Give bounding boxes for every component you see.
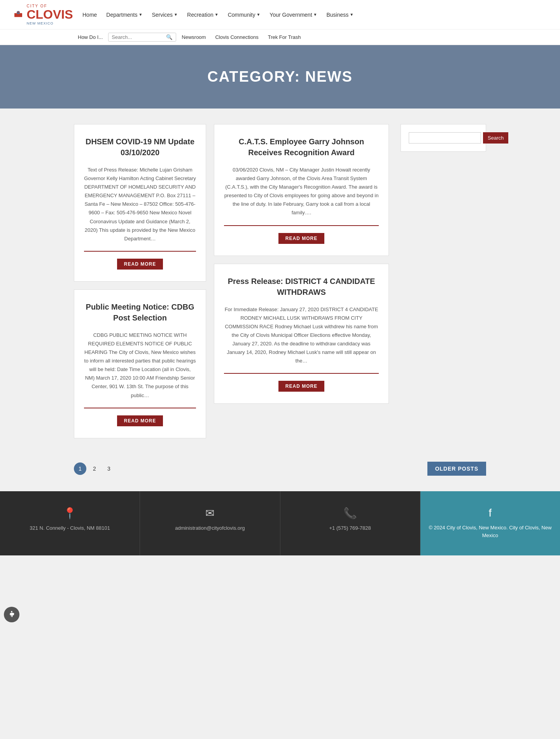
article-title: C.A.T.S. Employee Garry Johnson Receives… (224, 136, 379, 158)
email-icon: ✉ (148, 507, 272, 520)
nav-secondary: How Do I... 🔍 Newsroom Clovis Connection… (0, 29, 560, 45)
footer-email-col: ✉ administration@cityofclovis.org (140, 491, 280, 556)
nav-clovis-connections[interactable]: Clovis Connections (211, 32, 262, 42)
article-card: Public Meeting Notice: CDBG Post Selecti… (74, 289, 206, 438)
article-card: C.A.T.S. Employee Garry Johnson Receives… (214, 124, 389, 256)
read-more-button[interactable]: READ MORE (117, 415, 163, 426)
article-excerpt: Text of Press Release: Michelle Lujan Gr… (84, 166, 196, 243)
footer-email[interactable]: administration@cityofclovis.org (148, 524, 272, 532)
read-more-button[interactable]: READ MORE (117, 259, 163, 270)
sidebar-search-button[interactable]: Search (483, 132, 508, 144)
pagination-row: 1 2 3 OLDER POSTS (66, 462, 494, 476)
community-arrow: ▼ (256, 12, 260, 17)
footer-address-col: 📍 321 N. Connelly - Clovis, NM 88101 (0, 491, 140, 556)
sidebar: Search (401, 124, 486, 446)
nav-search-button[interactable]: 🔍 (166, 34, 173, 40)
nav-search-box: 🔍 (108, 33, 176, 42)
departments-arrow: ▼ (139, 12, 143, 17)
footer-grid: 📍 321 N. Connelly - Clovis, NM 88101 ✉ a… (0, 491, 560, 556)
recreation-arrow: ▼ (215, 12, 219, 17)
footer-social-col: f © 2024 City of Clovis, New Mexico. Cit… (420, 491, 560, 556)
article-excerpt: CDBG PUBLIC MEETING NOTICE WITH REQUIRED… (84, 331, 196, 400)
footer: 📍 321 N. Connelly - Clovis, NM 88101 ✉ a… (0, 491, 560, 556)
article-title: Public Meeting Notice: CDBG Post Selecti… (84, 301, 196, 323)
services-arrow: ▼ (174, 12, 178, 17)
sidebar-search-widget: Search (401, 124, 486, 152)
footer-address: 321 N. Connelly - Clovis, NM 88101 (8, 524, 132, 532)
phone-icon: 📞 (288, 507, 412, 520)
article-card: Press Release: DISTRICT 4 CANDIDATE WITH… (214, 264, 389, 404)
nav-community[interactable]: Community ▼ (223, 6, 265, 23)
articles-right-col: C.A.T.S. Employee Garry Johnson Receives… (214, 124, 389, 446)
page-num-2[interactable]: 2 (88, 462, 101, 475)
page-num-3[interactable]: 3 (103, 462, 115, 475)
nav-business[interactable]: Business ▼ (322, 6, 358, 23)
your-government-arrow: ▼ (313, 12, 317, 17)
nav-home[interactable]: Home (78, 6, 102, 23)
article-card: DHSEM COVID-19 NM Update 03/10/2020 Text… (74, 124, 206, 282)
main-content: DHSEM COVID-19 NM Update 03/10/2020 Text… (66, 124, 494, 446)
sidebar-search-input[interactable] (409, 132, 481, 144)
pagination: 1 2 3 (74, 462, 115, 475)
navigation: CITY OF CLOVIS NEW MEXICO Home Departmen… (0, 0, 560, 45)
page-title: CATEGORY: NEWS (8, 68, 552, 85)
article-title: Press Release: DISTRICT 4 CANDIDATE WITH… (224, 276, 379, 298)
page-num-1[interactable]: 1 (74, 462, 86, 475)
article-excerpt: 03/06/2020 Clovis, NM – City Manager Jus… (224, 166, 379, 217)
page-title-section: CATEGORY: NEWS (0, 45, 560, 109)
articles-grid: DHSEM COVID-19 NM Update 03/10/2020 Text… (74, 124, 389, 446)
nav-search-input[interactable] (112, 34, 166, 40)
facebook-icon[interactable]: f (428, 507, 552, 519)
location-icon: 📍 (8, 507, 132, 520)
articles-left-col: DHSEM COVID-19 NM Update 03/10/2020 Text… (74, 124, 206, 446)
article-excerpt: For Immediate Release: January 27, 2020 … (224, 305, 379, 366)
footer-copyright: © 2024 City of Clovis, New Mexico. City … (428, 524, 552, 540)
nav-recreation[interactable]: Recreation ▼ (182, 6, 223, 23)
nav-how-do-i[interactable]: How Do I... (74, 32, 107, 42)
read-more-button[interactable]: READ MORE (278, 381, 324, 392)
nav-trek-for-trash[interactable]: Trek For Trash (264, 32, 305, 42)
nav-services[interactable]: Services ▼ (147, 6, 182, 23)
footer-phone[interactable]: +1 (575) 769-7828 (288, 524, 412, 532)
logo-name: CLOVIS (26, 8, 73, 21)
nav-newsroom[interactable]: Newsroom (178, 32, 210, 42)
footer-phone-col: 📞 +1 (575) 769-7828 (280, 491, 420, 556)
logo-state: NEW MEXICO (26, 21, 73, 25)
read-more-button[interactable]: READ MORE (278, 233, 324, 244)
article-title: DHSEM COVID-19 NM Update 03/10/2020 (84, 136, 196, 158)
older-posts-button[interactable]: OLDER POSTS (427, 462, 486, 476)
logo[interactable]: CITY OF CLOVIS NEW MEXICO (8, 0, 78, 29)
nav-departments[interactable]: Departments ▼ (102, 6, 147, 23)
business-arrow: ▼ (350, 12, 354, 17)
nav-main: Home Departments ▼ Services ▼ Recreation… (78, 6, 358, 23)
nav-your-government[interactable]: Your Government ▼ (265, 6, 322, 23)
svg-rect-2 (17, 12, 20, 12)
